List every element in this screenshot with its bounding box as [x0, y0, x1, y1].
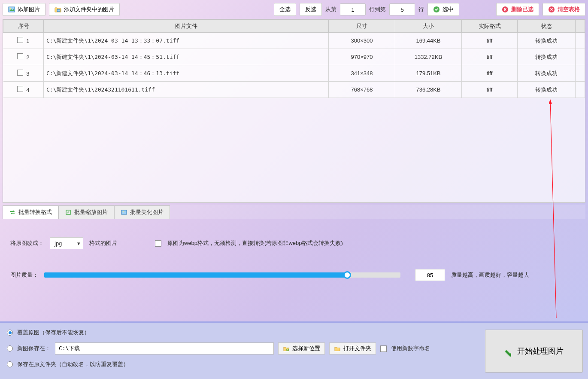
x-icon: [502, 6, 509, 13]
convert-pre-label: 将原图改成：: [10, 239, 44, 247]
radio-overwrite[interactable]: [7, 330, 13, 336]
row-pad: [576, 65, 585, 82]
tab-beautify-label: 批量美化图片: [130, 208, 164, 216]
chevron-down-icon: ▾: [77, 240, 80, 247]
row-fmt: tiff: [462, 49, 518, 65]
col-index[interactable]: 序号: [3, 20, 44, 33]
row-fmt: tiff: [462, 33, 518, 49]
row-size: 1332.72KB: [395, 49, 462, 65]
row-pad: [576, 82, 585, 98]
tab-convert[interactable]: 批量转换格式: [3, 205, 58, 219]
table-row[interactable]: 3C:\新建文件夹\1\2024-03-14 14：46：13.tiff341×…: [3, 65, 585, 82]
file-table: 序号 图片文件 尺寸 大小 实际格式 状态 1C:\新建文件夹\1\2024-0…: [3, 19, 585, 203]
start-process-button[interactable]: 开始处理图片: [485, 330, 583, 373]
add-folder-button[interactable]: 添加文件夹中的图片: [49, 3, 120, 16]
row-dim: 768×768: [329, 82, 395, 98]
row-dim: 341×348: [329, 65, 395, 82]
folder-search-icon: [283, 345, 290, 352]
select-all-button[interactable]: 全选: [274, 3, 296, 16]
col-file[interactable]: 图片文件: [44, 20, 329, 33]
row-status: 转换成功: [518, 49, 576, 65]
samefolder-label: 保存在原文件夹（自动改名，以防重复覆盖）: [17, 361, 129, 368]
delete-selected-label: 删除已选: [511, 6, 533, 13]
top-toolbar: 添加图片 添加文件夹中的图片 全选 反选 从第 行到第 行 选中 删除已选 清空…: [0, 0, 588, 19]
format-select-value: jpg: [55, 240, 62, 247]
col-scroll: [576, 20, 585, 33]
col-dim[interactable]: 尺寸: [329, 20, 395, 33]
row-pad: [576, 33, 585, 49]
svg-point-1: [9, 8, 11, 9]
row-checkbox[interactable]: [17, 53, 23, 59]
row-checkbox[interactable]: [17, 70, 23, 76]
row-dim: 970×970: [329, 49, 395, 65]
to-row-input[interactable]: [389, 3, 415, 15]
webp-checkbox[interactable]: [155, 240, 161, 247]
row-index: 2: [26, 54, 29, 61]
format-select[interactable]: jpg ▾: [50, 237, 83, 249]
beautify-icon: [121, 209, 127, 216]
row-dim: 300×300: [329, 33, 395, 49]
quality-hint: 质量越高，画质越好，容量越大: [451, 271, 529, 279]
saveas-label: 新图保存在：: [17, 345, 51, 352]
open-folder-label: 打开文件夹: [343, 345, 371, 352]
choose-location-label: 选择新位置: [292, 345, 320, 352]
bottom-bar: 覆盖原图（保存后不能恢复） 新图保存在： 选择新位置 打开文件夹 使用新数字命名…: [0, 321, 588, 379]
start-process-label: 开始处理图片: [517, 346, 564, 356]
row-file: C:\新建文件夹\1\2024-03-14 14：45：51.tiff: [44, 49, 329, 65]
select-range-button[interactable]: 选中: [427, 3, 459, 16]
open-folder-button[interactable]: 打开文件夹: [329, 342, 376, 355]
resize-icon: [65, 209, 72, 216]
row-index: 4: [26, 87, 29, 93]
invert-select-button[interactable]: 反选: [300, 3, 322, 16]
svg-rect-2: [57, 9, 60, 12]
row-checkbox[interactable]: [17, 86, 23, 92]
row-fmt: tiff: [462, 82, 518, 98]
tab-resize-label: 批量缩放图片: [74, 208, 108, 216]
quality-slider[interactable]: [44, 270, 400, 280]
clear-table-button[interactable]: 清空表格: [543, 3, 585, 16]
row-file: C:\新建文件夹\1\2024-03-14 13：33：07.tiff: [44, 33, 329, 49]
row-file: C:\新建文件夹\1\2024-03-14 14：46：13.tiff: [44, 65, 329, 82]
row-status: 转换成功: [518, 33, 576, 49]
mode-tabs: 批量转换格式 批量缩放图片 批量美化图片: [3, 205, 585, 219]
table-row[interactable]: 2C:\新建文件夹\1\2024-03-14 14：45：51.tiff970×…: [3, 49, 585, 65]
webp-hint: 原图为webp格式，无须检测，直接转换(若原图非webp格式会转换失败): [167, 239, 343, 247]
radio-saveas[interactable]: [7, 345, 13, 351]
svg-point-8: [123, 211, 124, 213]
overwrite-label: 覆盖原图（保存后不能恢复）: [17, 329, 90, 336]
select-all-label: 全选: [279, 6, 291, 13]
image-icon: [8, 6, 15, 13]
delete-selected-button[interactable]: 删除已选: [496, 3, 539, 16]
svg-rect-7: [121, 210, 127, 214]
quality-input[interactable]: [415, 269, 445, 281]
tab-convert-label: 批量转换格式: [18, 208, 52, 216]
col-status[interactable]: 状态: [518, 20, 576, 33]
tab-beautify[interactable]: 批量美化图片: [114, 205, 170, 219]
table-row[interactable]: 4C:\新建文件夹\1\2024321101611.tiff768×768736…: [3, 82, 585, 98]
col-fmt[interactable]: 实际格式: [462, 20, 518, 33]
row-file: C:\新建文件夹\1\2024321101611.tiff: [44, 82, 329, 98]
clear-table-label: 清空表格: [558, 6, 580, 13]
folder-image-icon: [55, 6, 61, 13]
check-icon: [433, 6, 440, 13]
add-image-button[interactable]: 添加图片: [3, 3, 45, 16]
row-status: 转换成功: [518, 82, 576, 98]
row-index: 1: [26, 38, 29, 44]
from-row-input[interactable]: [340, 3, 366, 15]
rename-checkbox[interactable]: [380, 345, 387, 352]
row-size: 179.51KB: [395, 65, 462, 82]
save-path-input[interactable]: [55, 342, 274, 355]
table-row[interactable]: 1C:\新建文件夹\1\2024-03-14 13：33：07.tiff300×…: [3, 33, 585, 49]
choose-location-button[interactable]: 选择新位置: [278, 342, 325, 355]
col-size[interactable]: 大小: [395, 20, 462, 33]
row-checkbox[interactable]: [17, 37, 23, 43]
add-folder-label: 添加文件夹中的图片: [64, 6, 114, 13]
tab-resize[interactable]: 批量缩放图片: [58, 205, 114, 219]
to-label: 行到第: [369, 6, 386, 13]
radio-samefolder[interactable]: [7, 361, 13, 367]
rename-label: 使用新数字命名: [391, 345, 430, 352]
convert-post-label: 格式的图片: [89, 239, 117, 247]
row-label: 行: [418, 6, 424, 13]
invert-select-label: 反选: [305, 6, 316, 13]
row-size: 736.28KB: [395, 82, 462, 98]
